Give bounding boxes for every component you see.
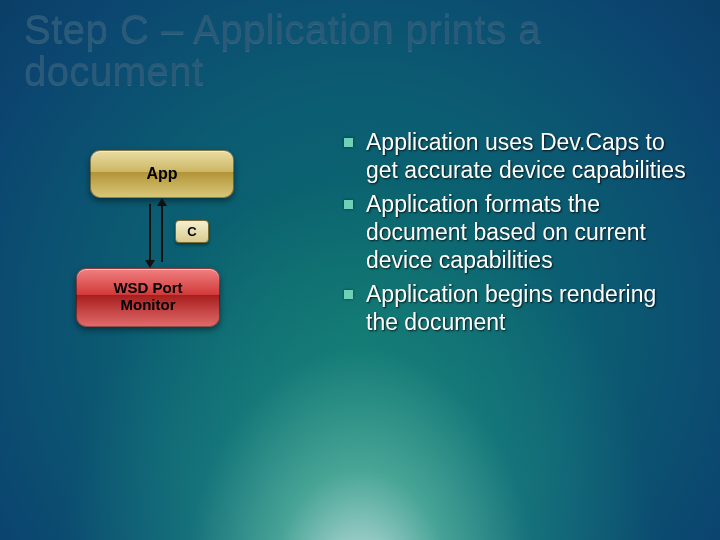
wsd-port-monitor-box: WSD PortMonitor xyxy=(76,268,220,327)
app-box: App xyxy=(90,150,234,198)
slide-title: Step C – Application prints a document xyxy=(24,8,696,92)
slide: Step C – Application prints a document A… xyxy=(0,0,720,540)
diagram-column: App C WSD PortMonitor xyxy=(70,150,290,327)
list-item: Application begins rendering the documen… xyxy=(340,280,692,336)
arrow-line-down xyxy=(149,204,151,262)
list-item: Application uses Dev.Caps to get accurat… xyxy=(340,128,692,184)
arrow-head-up-icon xyxy=(157,198,167,206)
list-item: Application formats the document based o… xyxy=(340,190,692,274)
connector-arrows: C xyxy=(155,198,157,268)
connector-badge: C xyxy=(175,220,209,243)
bullet-list: Application uses Dev.Caps to get accurat… xyxy=(340,128,692,342)
arrow-line-up xyxy=(161,204,163,262)
arrow-head-down-icon xyxy=(145,260,155,268)
